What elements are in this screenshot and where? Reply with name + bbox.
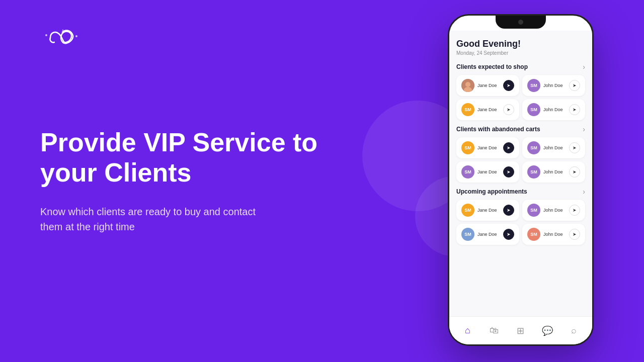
avatar: SM (527, 228, 540, 241)
add-icon: ⊞ (517, 325, 524, 336)
contact-button[interactable]: ➤ (503, 142, 514, 153)
svg-point-4 (465, 82, 470, 87)
send-icon: ➤ (573, 169, 577, 174)
contact-button[interactable]: ➤ (569, 80, 580, 91)
avatar: SM (527, 204, 540, 217)
client-grid-3: SM Jane Doe ➤ SM John Doe ➤ (456, 200, 585, 245)
contact-button[interactable]: ➤ (569, 104, 580, 115)
phone-frame: Good Evening! Monday, 24 September Clien… (448, 14, 594, 346)
avatar: SM (461, 103, 474, 116)
avatar: SM (461, 228, 474, 241)
client-name: Jane Doe (477, 169, 500, 174)
client-card: SM Jane Doe ➤ (456, 200, 519, 221)
nav-home[interactable]: ⌂ (458, 322, 476, 340)
contact-button[interactable]: ➤ (503, 104, 514, 115)
section-header-2: Clients with abandoned carts › (456, 125, 585, 133)
client-name: Jane Doe (477, 145, 500, 150)
client-name: John Doe (543, 208, 566, 213)
send-icon: ➤ (573, 208, 577, 213)
section-title-3: Upcoming appointments (456, 188, 527, 195)
contact-button[interactable]: ➤ (503, 166, 514, 177)
send-icon: ➤ (507, 145, 511, 150)
client-grid-1: Jane Doe ➤ SM John Doe ➤ (456, 75, 585, 120)
bottom-navigation: ⌂ 🛍 ⊞ 💬 ⌕ (449, 316, 592, 344)
headline: Provide VIP Service to your Clients (40, 128, 322, 188)
search-icon: ⌕ (571, 325, 577, 336)
contact-button[interactable]: ➤ (503, 229, 514, 240)
home-icon: ⌂ (465, 325, 470, 336)
contact-button[interactable]: ➤ (503, 205, 514, 216)
shop-icon: 🛍 (490, 325, 499, 336)
client-card: SM John Doe ➤ (522, 224, 585, 245)
contact-button[interactable]: ➤ (569, 205, 580, 216)
nav-search[interactable]: ⌕ (565, 322, 583, 340)
section-header-1: Clients expected to shop › (456, 63, 585, 71)
client-name: John Doe (543, 145, 566, 150)
client-card: SM Jane Doe ➤ (456, 99, 519, 120)
phone-notch (496, 16, 546, 29)
client-card: SM Jane Doe ➤ (456, 224, 519, 245)
client-name: Jane Doe (477, 83, 500, 88)
contact-button[interactable]: ➤ (569, 229, 580, 240)
avatar: SM (527, 165, 540, 178)
client-name: John Doe (543, 232, 566, 237)
client-card: SM John Doe ➤ (522, 161, 585, 183)
chevron-icon-3[interactable]: › (583, 188, 585, 196)
contact-button[interactable]: ➤ (569, 166, 580, 177)
avatar: SM (461, 165, 474, 178)
client-card: SM John Doe ➤ (522, 99, 585, 120)
section-abandoned-carts: Clients with abandoned carts › SM Jane D… (456, 125, 585, 183)
client-name: Jane Doe (477, 107, 500, 112)
section-header-3: Upcoming appointments › (456, 188, 585, 196)
phone-mockup: Good Evening! Monday, 24 September Clien… (448, 14, 594, 346)
chevron-icon-2[interactable]: › (583, 125, 585, 133)
greeting-text: Good Evening! (456, 39, 585, 49)
chevron-icon-1[interactable]: › (583, 63, 585, 71)
avatar: SM (527, 103, 540, 116)
nav-add[interactable]: ⊞ (512, 322, 530, 340)
send-icon: ➤ (507, 169, 511, 174)
greeting-date: Monday, 24 September (456, 50, 585, 56)
phone-screen: Good Evening! Monday, 24 September Clien… (449, 31, 592, 344)
send-icon: ➤ (573, 145, 577, 150)
send-icon: ➤ (507, 107, 511, 112)
contact-button[interactable]: ➤ (569, 142, 580, 153)
send-icon: ➤ (573, 107, 577, 112)
phone-content: Good Evening! Monday, 24 September Clien… (449, 31, 592, 316)
nav-shop[interactable]: 🛍 (485, 322, 503, 340)
subtitle: Know which clients are ready to buy and … (40, 204, 272, 234)
contact-button[interactable]: ➤ (503, 80, 514, 91)
avatar: SM (527, 79, 540, 92)
left-panel: Provide VIP Service to your Clients Know… (40, 0, 322, 362)
client-name: John Doe (543, 169, 566, 174)
client-card: SM John Doe ➤ (522, 75, 585, 96)
send-icon: ➤ (507, 83, 511, 88)
avatar: SM (527, 141, 540, 154)
camera (518, 20, 523, 25)
client-card: SM Jane Doe ➤ (456, 161, 519, 183)
client-card: Jane Doe ➤ (456, 75, 519, 96)
send-icon: ➤ (507, 208, 511, 213)
avatar (461, 79, 474, 92)
send-icon: ➤ (507, 232, 511, 237)
avatar: SM (461, 141, 474, 154)
client-grid-2: SM Jane Doe ➤ SM John Doe ➤ (456, 137, 585, 183)
client-card: SM Jane Doe ➤ (456, 137, 519, 158)
client-card: SM John Doe ➤ (522, 137, 585, 158)
client-name: John Doe (543, 83, 566, 88)
section-title-1: Clients expected to shop (456, 63, 528, 70)
section-upcoming-appointments: Upcoming appointments › SM Jane Doe ➤ S (456, 188, 585, 245)
avatar: SM (461, 204, 474, 217)
client-card: SM John Doe ➤ (522, 200, 585, 221)
section-title-2: Clients with abandoned carts (456, 126, 540, 133)
send-icon: ➤ (573, 83, 577, 88)
messages-icon: 💬 (542, 325, 553, 336)
send-icon: ➤ (573, 232, 577, 237)
client-name: Jane Doe (477, 208, 500, 213)
client-name: Jane Doe (477, 232, 500, 237)
client-name: John Doe (543, 107, 566, 112)
section-expected-to-shop: Clients expected to shop › (456, 63, 585, 120)
nav-messages[interactable]: 💬 (538, 322, 556, 340)
